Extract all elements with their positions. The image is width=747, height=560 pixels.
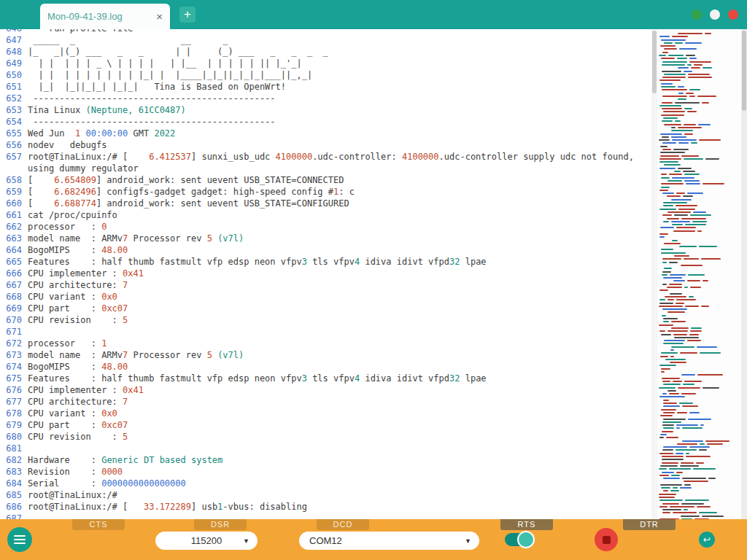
- line-number: 651: [3, 81, 22, 93]
- log-line: 686root@TinaLinux:/# [ 33.172289] usb1-v…: [3, 501, 651, 513]
- line-text: CPU architecture: 7: [28, 279, 651, 291]
- line-text: Serial : 0000000000000000: [28, 478, 651, 489]
- line-number: 665: [3, 256, 22, 268]
- signal-dcd: DCD: [317, 519, 369, 530]
- port-select[interactable]: COM12 ▼: [299, 532, 479, 550]
- line-number: 647: [3, 34, 22, 46]
- line-number: 652: [3, 93, 22, 104]
- log-line: 665Features : half thumb fastmult vfp ed…: [3, 256, 651, 268]
- minimap[interactable]: [657, 29, 741, 519]
- window-controls: [692, 9, 738, 20]
- line-number: 674: [3, 361, 22, 373]
- titlebar: Mon-09-41-39.log × +: [0, 0, 747, 29]
- log-line: 664BogoMIPS : 48.00: [3, 244, 651, 256]
- log-line: 671: [3, 326, 651, 338]
- log-line: 672processor : 1: [3, 338, 651, 349]
- stop-button[interactable]: [595, 528, 618, 551]
- line-text: cat /proc/cpuinfo: [28, 209, 651, 221]
- minimap-scrollbar[interactable]: [741, 29, 747, 519]
- log-viewer: 646 run profile file647 _____ _ __ _648|…: [0, 29, 651, 519]
- connection-toggle[interactable]: [505, 533, 533, 546]
- signal-dtr[interactable]: DTR: [623, 519, 676, 530]
- line-number: 673: [3, 349, 22, 361]
- line-text: |_| |_||_|_| |_|_| Tina is Based on Open…: [28, 81, 651, 93]
- line-number: 663: [3, 233, 22, 244]
- line-number: 682: [3, 454, 22, 466]
- log-line: 678CPU variant : 0x0: [3, 408, 651, 419]
- line-number: 646: [3, 29, 22, 34]
- tab-title: Mon-09-41-39.log: [47, 11, 123, 22]
- line-number: 659: [3, 186, 22, 198]
- serial-terminal-app: Mon-09-41-39.log × + 646 run profile fil…: [0, 0, 747, 560]
- log-line: 681: [3, 443, 651, 454]
- line-number: 666: [3, 268, 22, 279]
- log-line: 680CPU revision : 5: [3, 431, 651, 443]
- line-number: 653: [3, 104, 22, 116]
- chevron-down-icon: ▼: [243, 537, 249, 545]
- line-number: 664: [3, 244, 22, 256]
- line-text: | | | | | _ \ | | | | | |__ | | | | | ||…: [28, 58, 651, 69]
- line-number: 650: [3, 69, 22, 81]
- log-line: 659[ 6.682496] configfs-gadget gadget: h…: [3, 186, 651, 198]
- line-text: |_ _|(_) ___ _ _ | | (_) ___ _ _ _ _: [28, 46, 651, 58]
- signal-rts[interactable]: RTS: [500, 519, 553, 530]
- log-line: 676CPU implementer : 0x41: [3, 384, 651, 396]
- maximize-button[interactable]: [710, 9, 720, 20]
- log-line: 674BogoMIPS : 48.00: [3, 361, 651, 373]
- line-text: [ 6.654809] android_work: sent uevent US…: [28, 174, 651, 186]
- line-text: CPU architecture: 7: [28, 396, 651, 408]
- line-text: Features : half thumb fastmult vfp edsp …: [28, 256, 651, 268]
- log-line: 668CPU variant : 0x0: [3, 291, 651, 303]
- line-text: CPU part : 0xc07: [28, 303, 651, 314]
- log-scrollbar[interactable]: [651, 29, 657, 519]
- log-lines: 646 run profile file647 _____ _ __ _648|…: [3, 29, 651, 519]
- menu-button[interactable]: [7, 527, 32, 552]
- line-text: Revision : 0000: [28, 466, 651, 478]
- log-line: 650 | | | | | | | | | |_| | |____|_|_||_…: [3, 69, 651, 81]
- line-text: BogoMIPS : 48.00: [28, 361, 651, 373]
- line-number: 684: [3, 478, 22, 489]
- line-text: Features : half thumb fastmult vfp edsp …: [28, 373, 651, 384]
- close-window-button[interactable]: [728, 9, 738, 20]
- close-tab-icon[interactable]: ×: [150, 11, 163, 22]
- log-line: 662processor : 0: [3, 221, 651, 233]
- line-text: [28, 443, 651, 454]
- line-text: root@TinaLinux:/#: [28, 489, 651, 501]
- line-text: [28, 326, 651, 338]
- line-number: 661: [3, 209, 22, 221]
- minimap-scrollbar-thumb[interactable]: [742, 31, 746, 111]
- line-number: 655: [3, 128, 22, 139]
- log-line: 647 _____ _ __ _: [3, 34, 651, 46]
- signal-cts: CTS: [72, 519, 125, 530]
- line-number: 675: [3, 373, 22, 384]
- log-line: 652 ------------------------------------…: [3, 93, 651, 104]
- log-line: 661cat /proc/cpuinfo: [3, 209, 651, 221]
- quick-action-button[interactable]: ↩: [699, 532, 715, 548]
- line-number: 668: [3, 291, 22, 303]
- minimize-button[interactable]: [692, 9, 702, 20]
- log-file-tab[interactable]: Mon-09-41-39.log ×: [40, 4, 170, 29]
- log-line: 646 run profile file: [3, 29, 651, 34]
- line-number: 654: [3, 116, 22, 128]
- log-line: 673model name : ARMv7 Processor rev 5 (v…: [3, 349, 651, 361]
- log-scrollbar-thumb[interactable]: [652, 31, 657, 93]
- log-line: 684Serial : 0000000000000000: [3, 478, 651, 489]
- line-text: Hardware : Generic DT based system: [28, 454, 651, 466]
- line-number: 671: [3, 326, 22, 338]
- toggle-knob: [517, 531, 535, 548]
- line-number: 680: [3, 431, 22, 443]
- line-text: CPU variant : 0x0: [28, 408, 651, 419]
- log-line: 660[ 6.688774] android_work: sent uevent…: [3, 198, 651, 209]
- line-number: 669: [3, 303, 22, 314]
- line-text: | | | | | | | | | |_| | |____|_|_||_|_|_…: [28, 69, 651, 81]
- line-text: root@TinaLinux:/# [ 33.172289] usb1-vbus…: [28, 501, 651, 513]
- line-number: 670: [3, 314, 22, 326]
- new-tab-button[interactable]: +: [179, 7, 196, 23]
- control-bar: CTSDSRDCDRTSDTR 115200 ▼ COM12 ▼ ↩: [0, 519, 747, 560]
- log-line: 670CPU revision : 5: [3, 314, 651, 326]
- line-number: 686: [3, 501, 22, 513]
- line-text: model name : ARMv7 Processor rev 5 (v7l): [28, 349, 651, 361]
- line-text: processor : 0: [28, 221, 651, 233]
- line-number: 657: [3, 151, 22, 174]
- baud-select[interactable]: 115200 ▼: [155, 532, 258, 550]
